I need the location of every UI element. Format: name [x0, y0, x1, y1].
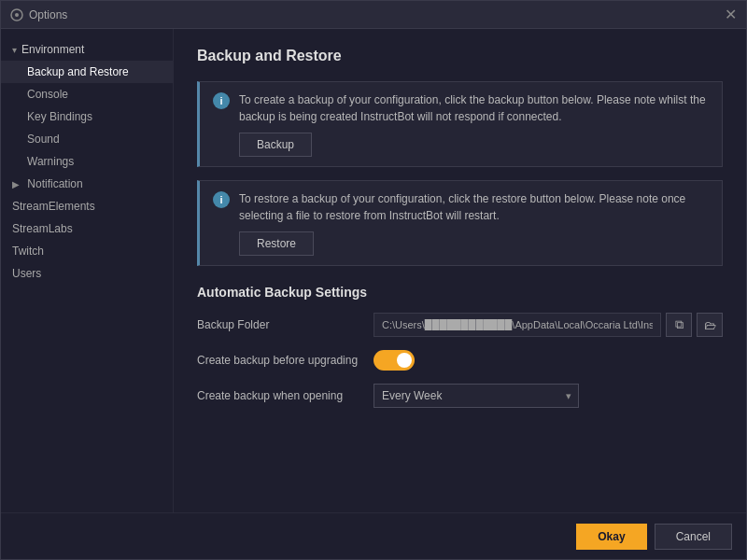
backup-info-box: i To create a backup of your configurati… [197, 81, 723, 167]
title-bar: Options ✕ [1, 1, 746, 29]
sidebar-item-warnings[interactable]: Warnings [1, 150, 173, 173]
backup-button[interactable]: Backup [239, 133, 312, 157]
sidebar-item-label: Notification [27, 177, 82, 190]
sidebar-item-label: Twitch [12, 245, 44, 258]
cancel-button[interactable]: Cancel [655, 524, 732, 550]
window-title: Options [29, 8, 67, 21]
info-icon-restore: i [213, 191, 230, 208]
sidebar-item-label: Users [12, 267, 41, 280]
main-content: Backup and Restore i To create a backup … [174, 29, 746, 512]
environment-label: Environment [21, 43, 84, 56]
sidebar: ▾ Environment Backup and Restore Console… [1, 29, 174, 512]
arrow-icon: ▾ [12, 45, 17, 55]
sidebar-item-users[interactable]: Users [1, 262, 173, 285]
sidebar-item-backup-restore[interactable]: Backup and Restore [1, 61, 173, 83]
content-area: ▾ Environment Backup and Restore Console… [1, 29, 746, 512]
backup-before-upgrade-row: Create backup before upgrading [197, 350, 723, 371]
restore-button[interactable]: Restore [239, 231, 314, 256]
svg-point-1 [15, 13, 19, 17]
sidebar-group-environment[interactable]: ▾ Environment [1, 38, 173, 61]
sidebar-item-twitch[interactable]: Twitch [1, 240, 173, 262]
backup-when-opening-dropdown[interactable]: Every Week Every Day Never Every Month [374, 384, 579, 408]
auto-backup-title: Automatic Backup Settings [197, 285, 723, 300]
restore-info-box: i To restore a backup of your configurat… [197, 180, 723, 266]
toggle-wrapper [374, 350, 415, 371]
sidebar-item-label: StreamElements [12, 200, 95, 213]
backup-folder-input[interactable] [374, 313, 661, 337]
info-icon: i [213, 92, 230, 109]
backup-before-upgrade-toggle[interactable] [374, 350, 415, 371]
sidebar-item-streamelements[interactable]: StreamElements [1, 195, 173, 217]
arrow-icon: ▶ [12, 179, 20, 189]
sidebar-item-console[interactable]: Console [1, 83, 173, 105]
page-title: Backup and Restore [197, 48, 723, 64]
backup-before-upgrade-label: Create backup before upgrading [197, 354, 360, 367]
sidebar-item-label: Key Bindings [27, 110, 92, 123]
sidebar-item-label: Sound [27, 133, 60, 146]
backup-info-text: To create a backup of your configuration… [239, 91, 709, 125]
backup-when-opening-dropdown-wrapper: Every Week Every Day Never Every Month [374, 384, 579, 408]
folder-input-wrapper: ⧉ 🗁 [374, 313, 723, 337]
options-window: Options ✕ ▾ Environment Backup and Resto… [0, 0, 747, 560]
sidebar-item-streamlabs[interactable]: StreamLabs [1, 217, 173, 240]
sidebar-item-label: StreamLabs [12, 222, 73, 235]
close-button[interactable]: ✕ [725, 7, 737, 22]
sidebar-item-label: Backup and Restore [27, 65, 129, 78]
sidebar-item-label: Console [27, 88, 68, 101]
folder-copy-icon[interactable]: ⧉ [666, 313, 692, 337]
sidebar-item-key-bindings[interactable]: Key Bindings [1, 105, 173, 128]
footer: Okay Cancel [1, 512, 746, 559]
options-icon [10, 8, 23, 21]
sidebar-item-notification[interactable]: ▶ Notification [1, 173, 173, 195]
okay-button[interactable]: Okay [576, 524, 646, 550]
folder-browse-icon[interactable]: 🗁 [697, 313, 723, 337]
backup-when-opening-row: Create backup when opening Every Week Ev… [197, 384, 723, 408]
sidebar-item-label: Warnings [27, 155, 74, 168]
title-bar-left: Options [10, 8, 67, 21]
backup-folder-label: Backup Folder [197, 318, 360, 331]
backup-when-opening-label: Create backup when opening [197, 389, 360, 402]
sidebar-item-sound[interactable]: Sound [1, 128, 173, 150]
backup-folder-row: Backup Folder ⧉ 🗁 [197, 313, 723, 337]
toggle-knob [397, 353, 412, 368]
restore-info-text: To restore a backup of your configuratio… [239, 190, 709, 224]
